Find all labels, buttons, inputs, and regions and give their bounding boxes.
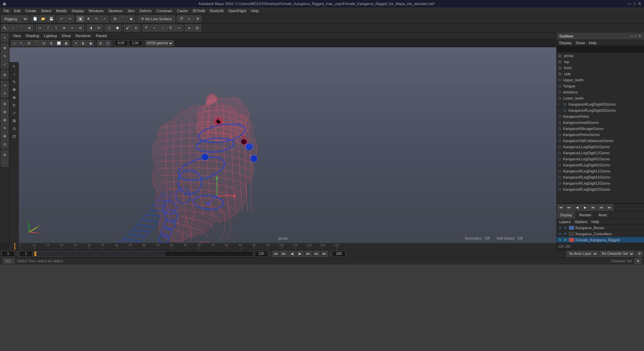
vt-ao[interactable]: ◕ [87,40,94,46]
outliner-maximize[interactable]: □ [635,34,637,38]
tree-item-klld11g[interactable]: ⬡ KangarooLLegDigit11Gizmo [557,150,644,156]
outliner-menu-help[interactable]: Help [588,41,598,45]
move-button[interactable]: ✥ [1,44,8,52]
menu-file[interactable]: File [1,9,11,13]
ik-spline[interactable]: ⤵ [52,25,60,31]
status-gear[interactable]: ⚙ [635,258,641,264]
tree-item-klld1g[interactable]: ⬡ KangarooLLegDigit31Gizmo [557,144,644,150]
tumble[interactable]: ↻ [1,124,8,132]
vt-snap-grid[interactable]: ⊞ [26,40,32,46]
menu-help[interactable]: Help [249,9,261,13]
vp-move-btn[interactable]: ✥ [10,86,18,93]
tree-item-krl-d42[interactable]: + ⬡ KangarooRLegDigit42Gizmo [557,101,644,107]
play-forward-button[interactable]: ▶ [297,251,303,257]
vt-flat[interactable]: ⬜ [55,40,62,46]
menu-cache[interactable]: Cache [175,9,190,13]
vt-shadow[interactable]: ◐ [80,40,87,46]
sub-tab-options[interactable]: Options [573,220,589,224]
outliner-minimize[interactable]: — [630,34,633,38]
ch-go-start[interactable]: ⏮ [557,204,565,211]
tree-item-whiskers[interactable]: ⬡ whiskers [557,89,644,95]
tree-item-klld01g[interactable]: ⬡ KangarooLLegDigit01Gizmo [557,156,644,162]
tree-item-krl-d32[interactable]: + ⬡ KangarooRLegDigit32Gizmo [557,107,644,113]
vp-menu-panels[interactable]: Panels [94,34,109,38]
viewport-canvas[interactable]: ↖ ○ ✎ ✥ ⊕ ↻ ⤢ ⊞ ⊙ ⊡ [9,47,556,243]
constraint-parent[interactable]: P [143,25,150,31]
vp-menu-view[interactable]: View [11,34,23,38]
track[interactable]: ✥ [1,132,8,140]
shelf-extra[interactable]: ⊟ [194,25,201,31]
layer-visibility[interactable]: V [558,238,562,242]
vt-texture[interactable]: ▦ [63,40,69,46]
vp-scale-btn[interactable]: ⤢ [10,109,18,117]
tab-anim[interactable]: Anim [595,211,611,219]
select-tool[interactable]: ▣ [77,16,84,22]
range-end-input[interactable]: 120 [255,251,268,257]
paint-weights[interactable]: 🖌 [124,25,131,31]
tree-item-lower-teeth[interactable]: ⬡ Lower_teeth [557,95,644,101]
layer-color-swatch[interactable] [569,232,574,236]
unbind-skin[interactable]: ⬢ [114,25,121,31]
tree-item-front[interactable]: 🎥 front [557,65,644,71]
menu-create[interactable]: Create [23,9,38,13]
undo-button[interactable]: ↩ [58,16,65,22]
vp-menu-show[interactable]: Show [60,34,73,38]
camera-mode[interactable]: ⊟ [1,100,8,107]
vt-camera[interactable]: 🎥 [11,40,18,46]
vt-wire[interactable]: ⊟ [40,40,47,46]
joint-tool[interactable]: ⊸ [36,25,43,31]
mirror-joint[interactable]: ◑ [87,25,94,31]
redo-button[interactable]: ↪ [66,16,74,22]
vp-pivot-btn[interactable]: ⊕ [10,94,18,101]
menu-skeleton[interactable]: Skeleton [106,9,125,13]
char-set-select[interactable]: No Character Set [599,251,635,257]
tab-render[interactable]: Render [576,211,595,219]
rotate-tool[interactable]: ↻ [93,16,100,22]
viewport-area[interactable]: View Shading Lighting Show Renderer Pane… [9,32,556,243]
snap-curve[interactable]: ⌒ [119,16,127,22]
tree-item-tongue[interactable]: ⬡ Tongue [557,83,644,89]
vt-value2[interactable]: 1.00 [128,40,142,46]
outliner-menu-show[interactable]: Show [574,41,586,45]
sub-tab-help[interactable]: Help [590,220,601,224]
anim-layer-select[interactable]: No Anim Layer [567,251,598,257]
outliner-search-bar[interactable] [557,46,644,53]
ch-next[interactable]: ⏭ [590,204,597,211]
vt-colorspace-select[interactable]: sRGB gamma [145,40,174,46]
select-button[interactable]: ↖ [1,34,8,41]
total-end-input[interactable]: 200 [332,251,346,257]
snap-live[interactable]: ⊙ [1,89,8,97]
minimize-button[interactable]: — [627,1,632,6]
vp-universal-btn[interactable]: ⊞ [10,117,18,125]
vt-hud[interactable]: ⊡ [105,40,111,46]
vp-menu-renderer[interactable]: Renderer [74,34,93,38]
step-forward-button[interactable]: ⏭ [305,251,312,257]
expand-icon[interactable]: + [558,103,562,106]
constraint-point[interactable]: • [151,25,158,31]
scale-tool[interactable]: ⤢ [101,16,108,22]
snap-surface[interactable]: ⊸ [1,81,8,89]
rotate-button[interactable]: ↻ [1,52,8,60]
menu-modify[interactable]: Modify [54,9,69,13]
go-to-start-button[interactable]: ⏮ [272,251,279,257]
ch-go-end[interactable]: ⏮ [598,204,605,211]
tree-item-ktcbg[interactable]: ⬡ KangarooTailCollarboneGizmo [557,138,644,144]
constraint-aim[interactable]: ⊸ [175,25,182,31]
menu-3dtoall[interactable]: 3DToAll [191,9,207,13]
select-icon[interactable]: ↖ [1,25,9,31]
mel-label[interactable]: MEL [3,258,14,264]
menu-openflight[interactable]: OpenFlight [226,9,248,13]
plus-btn[interactable]: + [185,25,193,31]
constraint-orient[interactable]: ○ [159,25,166,31]
remove-joint[interactable]: ⊖ [77,25,84,31]
outliner-menu-display[interactable]: Display [558,41,573,45]
menu-display[interactable]: Display [70,9,86,13]
outliner-search-input[interactable] [558,47,643,51]
range-start-input[interactable]: 1 [19,251,33,257]
vt-value1[interactable]: 0.00 [114,40,128,46]
ch-loop[interactable]: ⏭ [606,204,613,211]
layer-color-swatch[interactable] [569,238,574,242]
outliner-close[interactable]: ✕ [638,34,641,38]
vp-lasso-btn[interactable]: ○ [10,71,18,78]
go-to-end-button[interactable]: ⏮ [313,251,320,257]
